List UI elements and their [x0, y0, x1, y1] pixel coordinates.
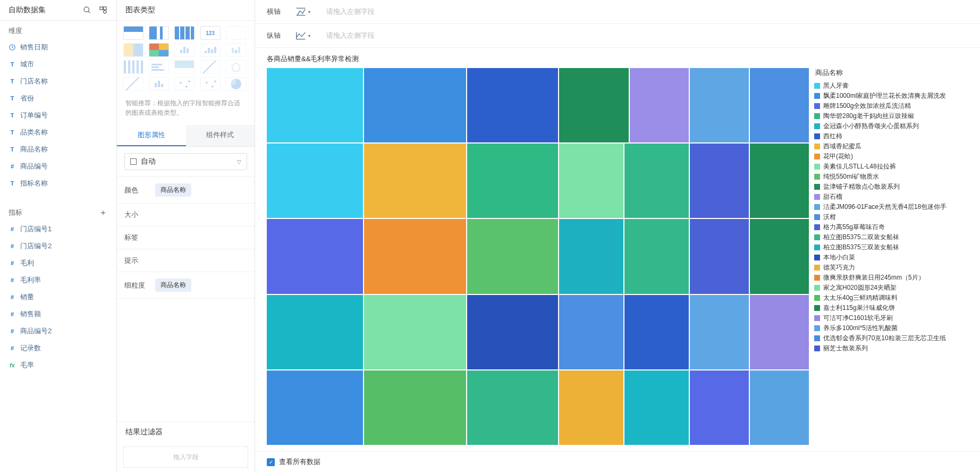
treemap-cell[interactable]	[624, 144, 689, 218]
chart-type-crosstab[interactable]	[149, 26, 169, 40]
treemap-cell[interactable]	[467, 295, 558, 369]
y-axis-icon[interactable]: ▾	[295, 29, 310, 42]
measure-field[interactable]: #毛利	[0, 255, 116, 272]
legend-item[interactable]: 黑人牙膏	[814, 81, 968, 91]
treemap-cell[interactable]	[267, 68, 363, 142]
legend-item[interactable]: 格力高55g草莓味百奇	[814, 222, 968, 232]
chart-type-table[interactable]	[123, 26, 143, 40]
legend-item[interactable]: 西域香妃蜜瓜	[814, 141, 968, 151]
legend-item[interactable]: 太太乐40g三鲜鸡精调味料	[814, 293, 968, 303]
treemap-chart[interactable]	[267, 68, 809, 445]
dimension-field[interactable]: T城市	[0, 56, 116, 73]
legend-item[interactable]: 甜石榴	[814, 192, 968, 202]
legend-item[interactable]: 柏立图B5375三双装女船袜	[814, 242, 968, 252]
legend-item[interactable]: 本地小白菜	[814, 252, 968, 263]
legend-item[interactable]: 美素佳儿STLL-L48拉拉裤	[814, 162, 968, 172]
legend-item[interactable]: 丽芝士散装系列	[814, 343, 968, 353]
tab-shape-props[interactable]: 图形属性	[117, 125, 186, 146]
treemap-cell[interactable]	[467, 370, 558, 445]
chart-type-gauge[interactable]	[226, 26, 246, 40]
treemap-cell[interactable]	[750, 219, 809, 293]
legend-item[interactable]: 飘柔1000ml家庭护理兰花长效清爽去屑洗发	[814, 91, 968, 101]
treemap-cell[interactable]	[630, 68, 689, 142]
treemap-cell[interactable]	[559, 370, 623, 445]
chart-type-list[interactable]	[174, 26, 195, 40]
legend-item[interactable]: 家之寓H020圆形24夹晒架	[814, 283, 968, 293]
x-axis-icon[interactable]: ▾	[295, 5, 310, 18]
dimension-field[interactable]: T商品名称	[0, 141, 116, 158]
legend-item[interactable]: 嘉士利115g果汁味威化饼	[814, 303, 968, 313]
treemap-cell[interactable]	[624, 219, 689, 293]
chart-type-line-smooth[interactable]	[200, 60, 221, 74]
search-icon[interactable]	[82, 5, 92, 15]
chart-type-treemap1[interactable]	[123, 43, 143, 57]
dimension-field[interactable]: T订单编号	[0, 107, 116, 124]
treemap-cell[interactable]	[690, 144, 749, 218]
chart-type-bubble[interactable]	[200, 77, 221, 91]
dimension-field[interactable]: T品类名称	[0, 124, 116, 141]
treemap-cell[interactable]	[624, 370, 689, 445]
prop-color-chip[interactable]: 商品名称	[155, 183, 191, 197]
treemap-cell[interactable]	[364, 219, 466, 293]
treemap-cell[interactable]	[364, 68, 466, 142]
legend-item[interactable]: 西红柿	[814, 131, 968, 141]
chart-type-funnel[interactable]	[174, 43, 195, 57]
dimension-field[interactable]: T省份	[0, 90, 116, 107]
treemap-cell[interactable]	[690, 219, 749, 293]
legend-item[interactable]: 花甲(花蛤)	[814, 151, 968, 162]
treemap-cell[interactable]	[690, 68, 749, 142]
treemap-cell[interactable]	[467, 219, 558, 293]
dimension-field[interactable]: 销售日期	[0, 39, 116, 56]
chart-type-stack[interactable]	[123, 60, 143, 74]
legend-item[interactable]: 优选郁金香系列70克10粒装三层无芯卫生纸	[814, 333, 968, 343]
measure-field[interactable]: #商品编号2	[0, 323, 116, 340]
layout-icon[interactable]	[98, 5, 108, 15]
chart-type-line[interactable]	[123, 77, 143, 91]
x-axis-dropzone[interactable]: 请拖入左侧字段	[320, 7, 968, 16]
measure-field[interactable]: #记录数	[0, 340, 116, 357]
add-measure-icon[interactable]: ＋	[98, 208, 108, 217]
treemap-cell[interactable]	[750, 295, 809, 369]
legend-item[interactable]: 沃柑	[814, 212, 968, 222]
y-axis-dropzone[interactable]: 请拖入左侧字段	[320, 31, 968, 40]
chart-type-area[interactable]	[174, 60, 195, 74]
treemap-cell[interactable]	[750, 68, 809, 142]
treemap-cell[interactable]	[690, 370, 749, 445]
chart-type-scatter[interactable]	[174, 77, 195, 91]
legend-item[interactable]: 纯悦550ml矿物质水	[814, 172, 968, 182]
treemap-cell[interactable]	[267, 295, 363, 369]
shape-auto-select[interactable]: 自动 ▽	[124, 153, 247, 170]
chart-type-kpi[interactable]: 123	[200, 26, 221, 40]
legend-item[interactable]: 德芙巧克力	[814, 263, 968, 273]
treemap-cell[interactable]	[364, 370, 466, 445]
dimension-field[interactable]: T指标名称	[0, 175, 116, 192]
chart-type-radar[interactable]	[226, 60, 246, 74]
treemap-cell[interactable]	[559, 144, 623, 218]
treemap-cell[interactable]	[690, 295, 749, 369]
treemap-cell[interactable]	[624, 295, 689, 369]
measure-field[interactable]: #毛利率	[0, 272, 116, 289]
filter-dropzone[interactable]: 拖入字段	[123, 446, 248, 468]
treemap-cell[interactable]	[364, 144, 466, 218]
tab-widget-style[interactable]: 组件样式	[186, 125, 255, 146]
dimension-field[interactable]: T门店名称	[0, 73, 116, 90]
legend-item[interactable]: 可洁可净C1601软毛牙刷	[814, 313, 968, 323]
chart-type-hbar[interactable]	[149, 60, 169, 74]
treemap-cell[interactable]	[559, 295, 623, 369]
legend-item[interactable]: 盐津铺子精致点心散装系列	[814, 182, 968, 192]
treemap-cell[interactable]	[267, 370, 363, 445]
legend-item[interactable]: 微爽亲肤舒爽装日用245mm（5片）	[814, 273, 968, 283]
legend-item[interactable]: 养乐多100ml*5活性乳酸菌	[814, 323, 968, 333]
measure-field[interactable]: fx毛率	[0, 357, 116, 374]
chart-type-pie[interactable]	[226, 77, 246, 91]
measure-field[interactable]: #销售额	[0, 306, 116, 323]
treemap-cell[interactable]	[750, 144, 809, 218]
treemap-cell[interactable]	[467, 144, 558, 218]
treemap-cell[interactable]	[559, 68, 629, 142]
treemap-cell[interactable]	[467, 68, 558, 142]
legend-item[interactable]: 洁柔JM096-01Face天然无香4层18包迷你手	[814, 202, 968, 212]
chart-type-bar2[interactable]	[226, 43, 246, 57]
chart-type-combo[interactable]	[149, 77, 169, 91]
treemap-cell[interactable]	[364, 295, 466, 369]
treemap-cell[interactable]	[750, 370, 809, 445]
